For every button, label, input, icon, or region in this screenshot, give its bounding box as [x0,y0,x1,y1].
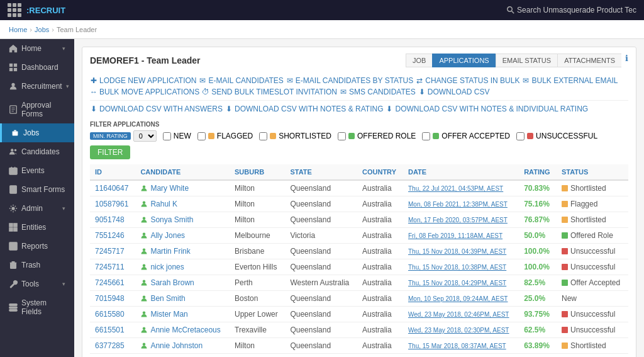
id-link[interactable]: 10587961 [95,200,128,208]
col-rating[interactable]: RATING [519,164,557,180]
checkbox-offer-accepted[interactable]: OFFER ACCEPTED [422,132,510,140]
col-state[interactable]: STATE [285,164,357,180]
sidebar-item-entities[interactable]: Entities [0,218,74,237]
date-link[interactable]: Mon, 10 Sep 2018, 09:24AM, AEST [408,295,508,302]
checkbox-flagged[interactable]: FLAGGED [197,132,253,140]
date-link[interactable]: Mon, 08 Feb 2021, 12:38PM, AEST [408,201,508,208]
cell-id: 6615501 [90,322,135,338]
candidate-link[interactable]: Ben Smith [140,294,225,303]
sidebar-item-dashboard[interactable]: Dashboard [0,58,74,77]
candidate-link[interactable]: Ally Jones [140,231,225,240]
sidebar-item-candidates[interactable]: Candidates [0,142,74,161]
checkbox-unsuccessful[interactable]: UNSUCCESSFUL [516,132,597,140]
col-country[interactable]: COUNTRY [357,164,403,180]
action-csv-notes-ind-rating[interactable]: ⬇ DOWNLOAD CSV WITH NOTES & INDIVIDUAL R… [386,105,588,113]
cell-state: Queensland [285,291,357,307]
id-link[interactable]: 6615580 [95,310,125,319]
info-icon[interactable]: ℹ [625,54,628,67]
tab-email-status[interactable]: EMAIL STATUS [496,54,557,67]
date-link[interactable]: Thu, 22 Jul 2021, 04:53PM, AEST [408,185,503,192]
date-link[interactable]: Thu, 15 Nov 2018, 10:38PM, AEST [408,264,506,271]
date-link[interactable]: Fri, 08 Feb 2019, 11:18AM, AEST [408,232,502,239]
date-link[interactable]: Thu, 15 Mar 2018, 08:37AM, AEST [408,343,506,349]
tab-job[interactable]: JOB [406,54,432,67]
action-change-status[interactable]: ⇄ CHANGE STATUS IN BULK [416,76,519,85]
id-link[interactable]: 9051748 [95,215,125,224]
sidebar-item-tools[interactable]: Tools ▾ [0,275,74,293]
sidebar-item-system-fields[interactable]: System Fields [0,293,74,321]
action-sms[interactable]: ✉ SMS CANDIDATES [340,88,416,96]
action-email-by-status[interactable]: ✉ E-MAIL CANDIDATES BY STATUS [286,76,413,85]
action-bulk-move[interactable]: ↔ BULK MOVE APPLICATIONS [90,88,199,96]
candidate-link[interactable]: Rahul K [140,200,225,208]
home-icon [9,44,18,53]
candidate-link[interactable]: nick jones [140,263,225,271]
topbar: :RECRUIT Search Unmasquerade Product Tec [0,0,644,20]
filter-button[interactable]: FILTER [90,145,130,159]
status-color-sq [562,280,568,286]
tab-applications[interactable]: APPLICATIONS [432,54,495,67]
sidebar-item-home[interactable]: Home ▾ [0,39,74,58]
id-link[interactable]: 6377285 [95,341,125,350]
action-download-csv[interactable]: ⬇ DOWNLOAD CSV [418,88,490,96]
candidate-link[interactable]: Mister Man [140,310,225,319]
candidate-link[interactable]: Sarah Brown [140,278,225,287]
id-link[interactable]: 6615501 [95,326,125,334]
col-suburb[interactable]: SUBURB [230,164,285,180]
id-link[interactable]: 7245661 [95,278,125,287]
checkbox-shortlisted[interactable]: SHORTLISTED [259,132,331,140]
col-status[interactable]: STATUS [557,164,628,180]
breadcrumb-home[interactable]: Home [9,26,27,33]
sidebar-item-approval-forms[interactable]: Approval Forms [0,96,74,123]
svg-point-41 [143,264,146,268]
cell-date: Thu, 15 Nov 2018, 04:29PM, AEST [403,275,519,291]
date-link[interactable]: Wed, 23 May 2018, 02:30PM, AEST [408,327,509,334]
date-link[interactable]: Thu, 15 Nov 2018, 04:29PM, AEST [408,280,506,286]
tab-attachments[interactable]: ATTACHMENTS [557,54,621,67]
checkbox-new[interactable]: NEW [163,132,191,140]
date-link[interactable]: Thu, 15 Nov 2018, 04:39PM, AEST [408,248,506,255]
candidate-link[interactable]: Sonya Smith [140,215,225,224]
candidates-icon [9,147,18,156]
sidebar-item-smart-forms[interactable]: Smart Forms [0,180,74,199]
sidebar-label-events: Events [21,166,45,175]
id-link[interactable]: 7245711 [95,263,125,271]
col-candidate[interactable]: CANDIDATE [135,164,230,180]
cell-rating: 63.89% [519,338,557,354]
id-link[interactable]: 7551246 [95,231,125,240]
action-email-candidates[interactable]: ✉ E-MAIL CANDIDATES [199,76,283,85]
entities-icon [9,223,18,232]
svg-point-6 [11,83,14,86]
col-id[interactable]: ID [90,164,135,180]
action-timeslot[interactable]: ⏱ SEND BULK TIMESLOT INVITATION [202,88,337,96]
sidebar-item-reports[interactable]: Reports [0,237,74,256]
breadcrumb-jobs[interactable]: Jobs [35,26,49,33]
sidebar-item-admin[interactable]: Admin ▾ [0,199,74,218]
action-lodge[interactable]: ✚ LODGE NEW APPLICATION [90,76,196,85]
search-bar[interactable]: Search Unmasquerade Product Tec [507,6,636,14]
recruitment-icon [9,82,18,91]
date-link[interactable]: Wed, 23 May 2018, 02:46PM, AEST [408,311,509,318]
candidate-link[interactable]: Annie Johnston [140,341,225,350]
sidebar-item-trash[interactable]: Trash [0,256,74,275]
id-link[interactable]: 7015948 [95,294,125,303]
id-link[interactable]: 7245717 [95,247,125,256]
sidebar-item-recruitment[interactable]: Recruitment ▾ [0,77,74,96]
candidate-link[interactable]: Annie McCretaceous [140,326,225,334]
action-csv-notes-rating[interactable]: ⬇ DOWNLOAD CSV WITH NOTES & RATING [225,105,383,113]
tools-arrow-icon: ▾ [62,281,65,287]
action-csv-answers[interactable]: ⬇ DOWNLOAD CSV WITH ANSWERS [90,105,223,113]
filter-section: FILTER APPLICATIONS MIN. RATING 0 NEW [90,121,628,159]
checkbox-offered-role[interactable]: OFFERED ROLE [338,132,416,140]
sidebar-item-jobs[interactable]: Jobs [0,123,74,142]
rating-select[interactable]: 0 [133,130,157,142]
candidate-link[interactable]: Mary White [140,184,225,193]
job-title: DEMOREF1 - Team Leader [90,55,201,65]
action-bulk-email[interactable]: ✉ BULK EXTERNAL EMAIL [522,76,618,85]
candidate-link[interactable]: Martin Frink [140,247,225,256]
col-date[interactable]: DATE [403,164,519,180]
date-link[interactable]: Mon, 17 Feb 2020, 03:57PM, AEST [408,217,508,224]
sidebar-item-events[interactable]: Events [0,161,74,180]
id-link[interactable]: 11640647 [95,184,128,193]
grid-icon[interactable] [8,3,21,17]
